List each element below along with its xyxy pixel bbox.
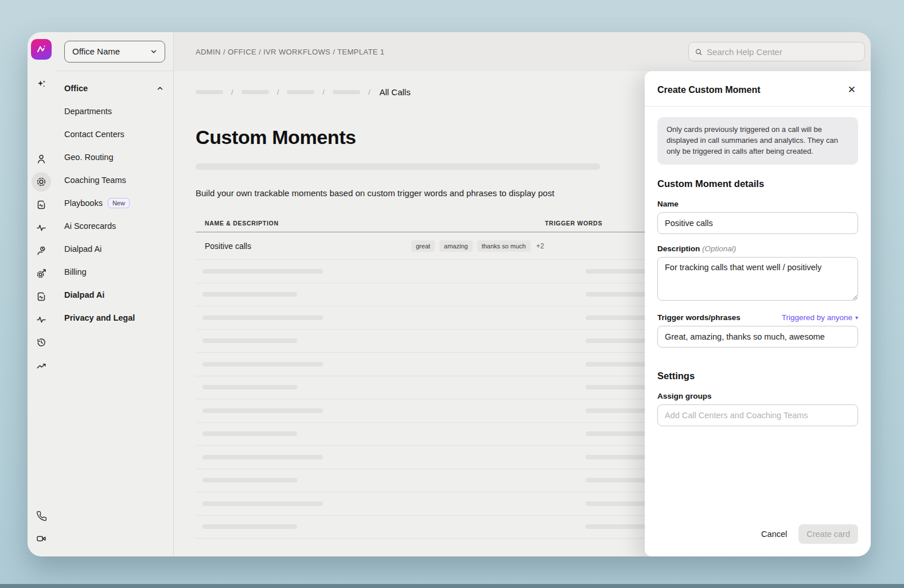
sidebar-nav: Office Departments Contact Centers Geo. …	[55, 71, 173, 329]
description-label: Description (Optional)	[657, 244, 858, 253]
sidebar-item-geo-routing[interactable]: Geo. Routing	[55, 146, 173, 169]
breadcrumb-skeleton	[333, 90, 360, 94]
name-label: Name	[657, 200, 858, 208]
details-heading: Custom Moment details	[657, 178, 858, 189]
chevron-down-icon	[150, 48, 158, 56]
history-icon[interactable]	[32, 333, 51, 352]
office-selector[interactable]: Office Name	[64, 41, 165, 63]
panel-title: Create Custom Moment	[657, 85, 761, 95]
search-input[interactable]	[707, 47, 859, 57]
app-window: Office Name Office Departments Contact C…	[28, 32, 871, 556]
breadcrumb-skeleton	[196, 90, 223, 94]
breadcrumb-skeleton	[241, 90, 269, 94]
sidebar-section-dialpad-ai[interactable]: Dialpad Ai	[55, 283, 173, 306]
assign-groups-field: Assign groups	[657, 392, 858, 426]
automation-gear-icon[interactable]	[32, 264, 51, 283]
main-area: ADMIN / OFFICE / IVR WORKFLOWS / TEMPLAT…	[174, 32, 871, 556]
phone-icon[interactable]	[32, 506, 51, 525]
topbar: ADMIN / OFFICE / IVR WORKFLOWS / TEMPLAT…	[174, 32, 871, 71]
column-name-description: NAME & DESCRIPTION	[196, 220, 411, 227]
subtitle-skeleton	[196, 163, 600, 170]
create-card-button[interactable]: Create card	[798, 524, 858, 544]
caret-down-icon: ▾	[855, 314, 858, 321]
breadcrumb-current: All Calls	[380, 87, 411, 97]
icon-rail	[28, 32, 55, 556]
new-badge: New	[108, 198, 130, 208]
description-field-group: Description (Optional) For tracking call…	[657, 244, 858, 303]
agent-history-icon[interactable]	[32, 241, 51, 260]
trigger-words-label: Trigger words/phrases	[657, 313, 741, 322]
office-selector-value: Office Name	[72, 46, 120, 56]
cancel-button[interactable]: Cancel	[761, 529, 787, 539]
name-input[interactable]	[657, 212, 858, 234]
triggered-by-dropdown[interactable]: Triggered by anyone ▾	[782, 313, 858, 322]
trigger-chip-more: +2	[536, 242, 544, 250]
description-textarea[interactable]: For tracking calls that went well / posi…	[657, 257, 858, 301]
trend-up-icon[interactable]	[32, 356, 51, 375]
sidebar: Office Name Office Departments Contact C…	[55, 32, 174, 556]
sidebar-section-privacy-legal[interactable]: Privacy and Legal	[55, 306, 173, 329]
sidebar-item-departments[interactable]: Departments	[55, 100, 173, 123]
trigger-chip: amazing	[439, 240, 473, 252]
ai-wave-glyph	[35, 43, 48, 56]
person-icon[interactable]	[32, 149, 51, 169]
settings-heading: Settings	[657, 371, 858, 381]
sidebar-item-ai-scorecards[interactable]: Ai Scorecards	[55, 215, 173, 237]
trigger-chips: great amazing thanks so much +2	[411, 240, 544, 252]
trigger-chip: thanks so much	[477, 240, 531, 252]
bottom-strip	[0, 584, 904, 588]
sidebar-item-coaching-teams[interactable]: Coaching Teams	[55, 169, 173, 192]
trigger-chip: great	[411, 240, 435, 252]
sidebar-item-contact-centers[interactable]: Contact Centers	[55, 123, 173, 146]
video-icon[interactable]	[32, 529, 51, 548]
search-icon	[695, 48, 703, 56]
panel-header: Create Custom Moment ✕	[645, 71, 871, 107]
pulse-icon[interactable]	[32, 310, 51, 329]
pulse-icon[interactable]	[32, 218, 51, 237]
dialpad-ai-logo[interactable]	[31, 39, 52, 60]
chevron-up-icon	[156, 84, 164, 92]
assign-groups-input[interactable]	[657, 404, 858, 426]
close-icon[interactable]: ✕	[845, 83, 858, 97]
optional-hint: (Optional)	[702, 244, 736, 253]
office-select-wrap: Office Name	[55, 32, 173, 71]
breadcrumb: ADMIN / OFFICE / IVR WORKFLOWS / TEMPLAT…	[196, 48, 384, 56]
playbook-icon[interactable]	[32, 287, 51, 306]
panel-footer: Cancel Create card	[645, 515, 871, 556]
moment-name: Positive calls	[196, 242, 411, 251]
assign-groups-label: Assign groups	[657, 392, 858, 400]
sparkle-icon[interactable]	[32, 75, 51, 94]
trigger-words-input[interactable]	[657, 326, 858, 348]
column-trigger-words: TRIGGER WORDS	[411, 220, 602, 227]
sidebar-item-billing[interactable]: Billing	[55, 260, 173, 283]
help-search[interactable]	[688, 42, 865, 61]
panel-body: Only cards previously triggered on a cal…	[645, 107, 871, 515]
breadcrumb-skeleton	[287, 90, 314, 94]
sidebar-item-dialpad-ai[interactable]: Dialpad Ai	[55, 237, 173, 260]
info-box: Only cards previously triggered on a cal…	[657, 117, 858, 165]
create-custom-moment-panel: Create Custom Moment ✕ Only cards previo…	[645, 71, 871, 556]
gear-icon[interactable]	[32, 172, 51, 192]
sidebar-section-office[interactable]: Office	[55, 77, 173, 100]
trigger-field-group: Trigger words/phrases Triggered by anyon…	[657, 313, 858, 348]
sidebar-section-label: Office	[64, 84, 88, 93]
name-field-group: Name	[657, 200, 858, 234]
playbook-icon[interactable]	[32, 195, 51, 215]
sidebar-item-playbooks[interactable]: Playbooks New	[55, 192, 173, 215]
